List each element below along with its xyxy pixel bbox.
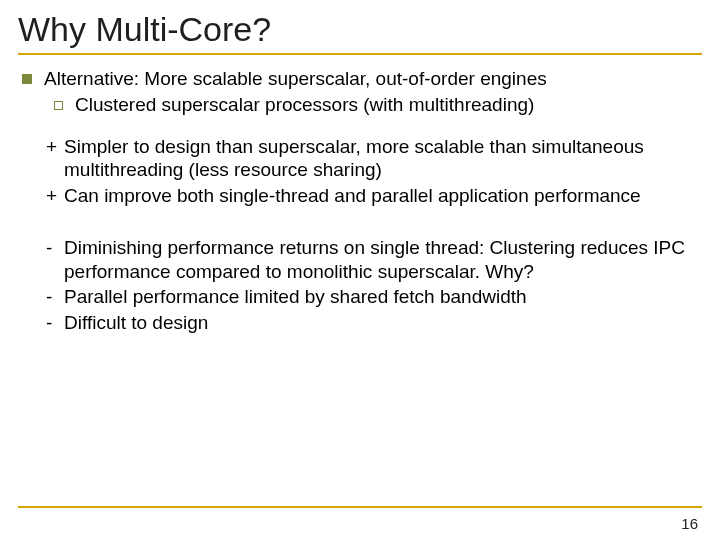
minus-icon: -: [46, 311, 64, 335]
bottom-rule: [18, 506, 702, 508]
slide-body: Alternative: More scalable superscalar, …: [18, 67, 702, 335]
minus-item: - Parallel performance limited by shared…: [46, 285, 702, 309]
plus-icon: +: [46, 135, 64, 159]
minus-icon: -: [46, 236, 64, 260]
slide: Why Multi-Core? Alternative: More scalab…: [0, 0, 720, 540]
bullet-main-text: Alternative: More scalable superscalar, …: [44, 67, 547, 91]
bullet-row: Alternative: More scalable superscalar, …: [18, 67, 702, 91]
title-rule: [18, 53, 702, 55]
square-bullet-icon: [22, 74, 32, 84]
plus-item: + Simpler to design than superscalar, mo…: [46, 135, 702, 183]
plus-text: Simpler to design than superscalar, more…: [64, 135, 702, 183]
plus-item: + Can improve both single-thread and par…: [46, 184, 702, 208]
minus-icon: -: [46, 285, 64, 309]
minus-item: - Difficult to design: [46, 311, 702, 335]
minus-text: Difficult to design: [64, 311, 702, 335]
minus-item: - Diminishing performance returns on sin…: [46, 236, 702, 284]
plus-text: Can improve both single-thread and paral…: [64, 184, 702, 208]
page-number: 16: [681, 515, 698, 532]
minus-list: - Diminishing performance returns on sin…: [46, 236, 702, 335]
minus-text: Diminishing performance returns on singl…: [64, 236, 702, 284]
plus-list: + Simpler to design than superscalar, mo…: [46, 135, 702, 208]
bullet-sub-text: Clustered superscalar processors (with m…: [75, 93, 534, 117]
square-bullet-small-icon: [54, 101, 63, 110]
slide-title: Why Multi-Core?: [18, 10, 702, 49]
minus-text: Parallel performance limited by shared f…: [64, 285, 702, 309]
plus-icon: +: [46, 184, 64, 208]
subbullet-row: Clustered superscalar processors (with m…: [18, 93, 702, 117]
